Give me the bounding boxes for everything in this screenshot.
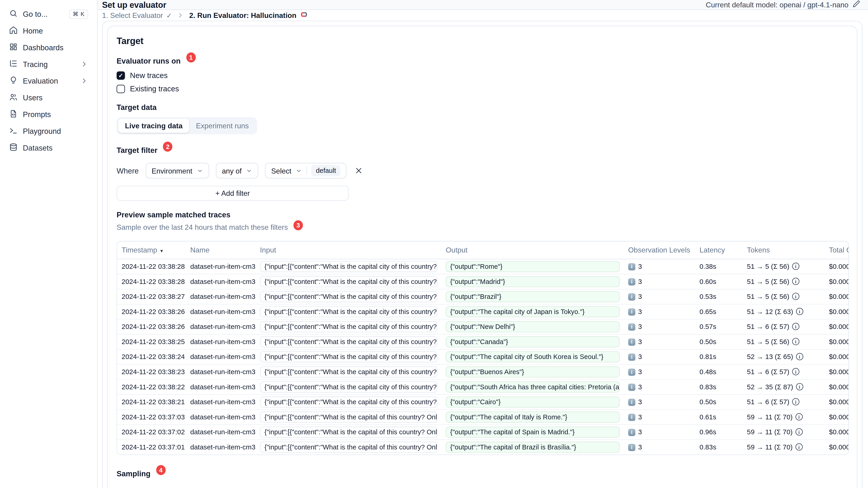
info-circle-icon[interactable]: i — [792, 278, 799, 285]
table-row[interactable]: 2024-11-22 03:38:21dataset-run-item-cm3s… — [117, 394, 849, 410]
table-row[interactable]: 2024-11-22 03:38:28dataset-run-item-cm3s… — [117, 259, 849, 274]
input-preview-box[interactable]: {"input":[{"content":"What is the capita… — [260, 426, 437, 437]
input-preview-box[interactable]: {"input":[{"content":"What is the capita… — [260, 396, 437, 408]
column-header-input[interactable]: Input — [255, 241, 441, 259]
input-preview-box[interactable]: {"input":[{"content":"What is the capita… — [260, 366, 437, 377]
info-circle-icon[interactable]: i — [792, 398, 799, 405]
info-circle-icon[interactable]: i — [792, 293, 799, 300]
table-row[interactable]: 2024-11-22 03:38:28dataset-run-item-cm3s… — [117, 274, 849, 289]
sidebar-item-datasets[interactable]: Datasets — [4, 139, 93, 156]
sidebar-item-playground[interactable]: Playground — [4, 123, 93, 139]
sidebar-item-users[interactable]: Users — [4, 89, 93, 106]
output-cell: {"output":"Brazil"} — [441, 289, 624, 304]
breadcrumb-step2[interactable]: 2. Run Evaluator: Hallucination — [189, 10, 309, 21]
edit-model-icon[interactable] — [852, 0, 860, 9]
remove-filter-button[interactable] — [353, 165, 365, 176]
output-preview-box[interactable]: {"output":"New Delhi"} — [446, 321, 620, 332]
sidebar-item-home[interactable]: Home — [4, 22, 93, 39]
info-circle-icon[interactable]: i — [796, 308, 803, 315]
table-row[interactable]: 2024-11-22 03:38:26dataset-run-item-cm3s… — [117, 319, 849, 334]
input-cell: {"input":[{"content":"What is the capita… — [255, 440, 441, 454]
sidebar-item-tracing[interactable]: Tracing — [4, 56, 93, 72]
info-circle-icon[interactable]: i — [796, 383, 803, 390]
column-header-latency[interactable]: Latency — [695, 241, 742, 259]
token-usage: 51 → 6 (Σ 57) — [747, 398, 789, 405]
sidebar-item-evaluation[interactable]: Evaluation — [4, 72, 93, 89]
info-circle-icon[interactable]: i — [792, 338, 799, 345]
column-header-tokens[interactable]: Tokens — [742, 241, 825, 259]
output-cell: {"output":"New Delhi"} — [441, 319, 624, 334]
table-row[interactable]: 2024-11-22 03:38:27dataset-run-item-cm3s… — [117, 289, 849, 304]
info-circle-icon[interactable]: i — [792, 368, 799, 375]
info-square-icon: i — [628, 444, 636, 451]
sidebar-item-prompts[interactable]: Prompts — [4, 106, 93, 123]
table-row[interactable]: 2024-11-22 03:38:22dataset-run-item-cm3s… — [117, 379, 849, 394]
column-header-total-cost[interactable]: Total Cost — [825, 241, 849, 259]
input-preview-box[interactable]: {"input":[{"content":"What is the capita… — [260, 321, 437, 332]
column-header-output[interactable]: Output — [441, 241, 624, 259]
input-preview-box[interactable]: {"input":[{"content":"What is the capita… — [260, 291, 437, 302]
chevron-down-icon — [197, 168, 203, 174]
output-preview-box[interactable]: {"output":"The capital city of Japan is … — [446, 306, 620, 317]
table-row[interactable]: 2024-11-22 03:37:02dataset-run-item-cm3s… — [117, 424, 849, 440]
breadcrumb-step1[interactable]: 1. Select Evaluator ✓ — [102, 11, 172, 20]
input-preview-box[interactable]: {"input":[{"content":"What is the capita… — [260, 261, 437, 272]
filter-column-select[interactable]: Environment — [145, 163, 209, 178]
column-header-timestamp[interactable]: Timestamp▼ — [117, 241, 186, 259]
timestamp-cell: 2024-11-22 03:38:28 — [117, 259, 186, 274]
column-header-observation-levels[interactable]: Observation Levels — [624, 241, 695, 259]
table-row[interactable]: 2024-11-22 03:37:01dataset-run-item-cm3s… — [117, 440, 849, 454]
sidebar-item-dashboards[interactable]: Dashboards — [4, 39, 93, 56]
observation-levels-cell: i3 — [624, 289, 695, 304]
column-header-name[interactable]: Name — [186, 241, 255, 259]
output-preview-box[interactable]: {"output":"Brazil"} — [446, 291, 620, 302]
input-preview-box[interactable]: {"input":[{"content":"What is the capita… — [260, 411, 437, 423]
info-circle-icon[interactable]: i — [796, 353, 803, 360]
input-cell: {"input":[{"content":"What is the capita… — [255, 274, 441, 289]
output-preview-box[interactable]: {"output":"The capital of Spain is Madri… — [446, 426, 620, 437]
observation-level-count: 3 — [638, 368, 642, 376]
filter-operator-select[interactable]: any of — [216, 163, 258, 178]
info-circle-icon[interactable]: i — [796, 428, 803, 436]
output-preview-box[interactable]: {"output":"Rome"} — [446, 261, 620, 272]
input-preview-box[interactable]: {"input":[{"content":"What is the capita… — [260, 276, 437, 287]
go-to-search[interactable]: Go to... ⌘ K — [4, 5, 93, 22]
input-preview-box[interactable]: {"input":[{"content":"What is the capita… — [260, 336, 437, 347]
output-preview-box[interactable]: {"output":"Madrid"} — [446, 276, 620, 287]
table-row[interactable]: 2024-11-22 03:38:23dataset-run-item-cm3s… — [117, 364, 849, 379]
table-row[interactable]: 2024-11-22 03:38:24dataset-run-item-cm3s… — [117, 349, 849, 364]
checkbox-new-traces[interactable] — [117, 71, 125, 80]
info-circle-icon[interactable]: i — [792, 263, 799, 270]
info-circle-icon[interactable]: i — [796, 444, 803, 451]
output-preview-box[interactable]: {"output":"Canada"} — [446, 336, 620, 347]
table-row[interactable]: 2024-11-22 03:38:25dataset-run-item-cm3s… — [117, 334, 849, 349]
total-cost-cell: $0.000011 ( — [825, 319, 849, 334]
output-preview-box[interactable]: {"output":"South Africa has three capita… — [446, 381, 620, 392]
input-preview-box[interactable]: {"input":[{"content":"What is the capita… — [260, 351, 437, 362]
input-preview-box[interactable]: {"input":[{"content":"What is the capita… — [260, 442, 437, 453]
input-preview-box[interactable]: {"input":[{"content":"What is the capita… — [260, 306, 437, 317]
output-preview-box[interactable]: {"output":"Cairo"} — [446, 396, 620, 408]
tab-experiment-runs[interactable]: Experiment runs — [189, 119, 255, 133]
add-filter-button[interactable]: + Add filter — [117, 186, 349, 201]
output-preview-box[interactable]: {"output":"The capital city of South Kor… — [446, 351, 620, 362]
total-cost-cell: $0.00046 ( — [825, 440, 849, 454]
output-preview-box[interactable]: {"output":"Buenos Aires"} — [446, 366, 620, 377]
info-circle-icon[interactable]: i — [792, 323, 799, 330]
tab-live-tracing-data[interactable]: Live tracing data — [118, 119, 189, 133]
info-circle-icon[interactable]: i — [796, 413, 803, 421]
table-row[interactable]: 2024-11-22 03:38:26dataset-run-item-cm3s… — [117, 304, 849, 319]
tracing-icon — [9, 59, 18, 69]
total-cost-cell: $0.00046 ( — [825, 424, 849, 440]
name-cell: dataset-run-item-cm3s4 — [186, 319, 255, 334]
checkbox-existing-traces[interactable] — [117, 85, 125, 93]
output-preview-box[interactable]: {"output":"The capital of Brazil is Bras… — [446, 442, 620, 453]
sidebar-item-label: Tracing — [23, 60, 75, 68]
observation-levels-cell: i3 — [624, 304, 695, 319]
input-preview-box[interactable]: {"input":[{"content":"What is the capita… — [260, 381, 437, 392]
dashboards-icon — [9, 42, 18, 53]
observation-level-count: 3 — [638, 444, 642, 451]
filter-value-select[interactable]: Select default — [265, 163, 346, 178]
table-row[interactable]: 2024-11-22 03:37:03dataset-run-item-cm3s… — [117, 409, 849, 424]
output-preview-box[interactable]: {"output":"The capital of Italy is Rome.… — [446, 411, 620, 423]
